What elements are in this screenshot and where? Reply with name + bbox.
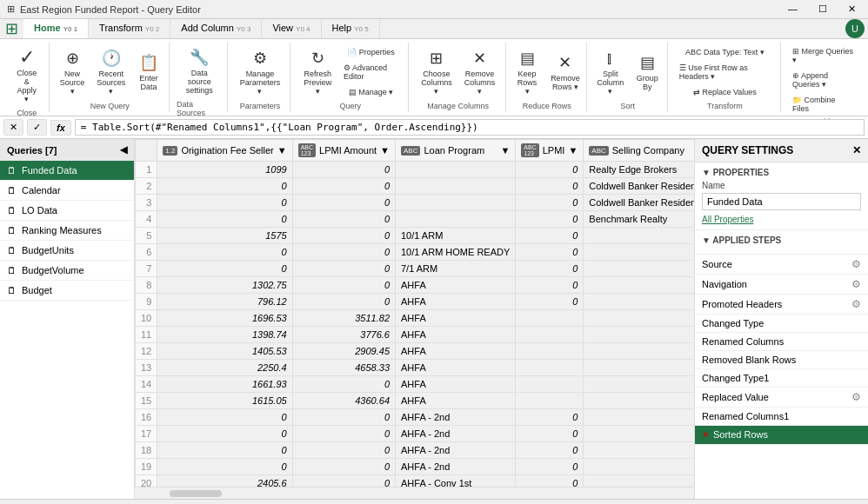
col-header-origination-fee-seller[interactable]: 1.2 Origination Fee Seller ▼	[157, 140, 292, 162]
properties-button[interactable]: 📄 Properties	[339, 45, 403, 59]
table-row[interactable]: 141661.930AHFA	[136, 376, 695, 393]
table-row[interactable]: 1900AHFA - 2nd0	[136, 459, 695, 475]
table-row[interactable]: 9796.120AHFA0	[136, 294, 695, 310]
table-row[interactable]: 132250.44658.33AHFA	[136, 360, 695, 376]
query-item-budget[interactable]: 🗒 Budget	[0, 281, 134, 301]
formula-cancel-button[interactable]: ✕	[3, 119, 23, 136]
recent-sources-button[interactable]: 🕐 RecentSources ▾	[92, 45, 131, 99]
all-properties-link[interactable]: All Properties	[702, 215, 753, 224]
settings-close-button[interactable]: ✕	[852, 144, 861, 156]
append-queries-button[interactable]: ⊕ Append Queries ▾	[788, 69, 858, 91]
table-row[interactable]: 81302.750AHFA0	[136, 277, 695, 294]
data-type-button[interactable]: ABC Data Type: Text ▾	[675, 45, 775, 59]
manage-parameters-button[interactable]: ⚙ ManageParameters ▾	[235, 45, 286, 99]
formula-bar-input[interactable]	[75, 119, 865, 136]
applied-step-item[interactable]: ✕Sorted Rows	[695, 426, 868, 445]
table-row[interactable]: 1109900Realty Edge Brokers	[136, 162, 695, 178]
close-apply-button[interactable]: ✓ Close &Apply ▾	[10, 44, 43, 107]
combine-files-button[interactable]: 📁 Combine Files	[788, 93, 858, 116]
table-row[interactable]: 1700AHFA - 2nd0	[136, 426, 695, 442]
remove-rows-button[interactable]: ✕ RemoveRows ▾	[546, 50, 584, 95]
table-row[interactable]: 51575010/1 ARM0	[136, 228, 695, 244]
applied-step-item[interactable]: Changed Type	[695, 315, 868, 333]
first-row-headers-button[interactable]: ☰ Use First Row as Headers ▾	[675, 61, 775, 83]
table-row[interactable]: 4000Benchmark Realty	[136, 211, 695, 228]
query-item-ranking-measures[interactable]: 🗒 Ranking Measures	[0, 221, 134, 241]
tab-transform[interactable]: Transform Y0 2	[89, 19, 170, 38]
choose-columns-button[interactable]: ⊞ ChooseColumns ▾	[416, 45, 457, 99]
row-number-cell: 16	[136, 409, 157, 426]
formula-fx-button[interactable]: fx	[50, 120, 71, 136]
table-row[interactable]: 202405.60AHFA - Conv 1st0	[136, 475, 695, 487]
refresh-preview-button[interactable]: ↻ RefreshPreview ▾	[297, 45, 337, 99]
data-source-settings-button[interactable]: 🔧 Data sourcesettings	[177, 44, 222, 98]
remove-columns-button[interactable]: ✕ RemoveColumns ▾	[459, 45, 501, 99]
title-bar-controls[interactable]: — ☐ ✕	[783, 3, 861, 15]
table-cell: AHFA - 2nd	[396, 426, 516, 442]
applied-step-item[interactable]: Renamed Columns1	[695, 408, 868, 426]
enter-data-button[interactable]: 📋 EnterData	[132, 50, 165, 95]
maximize-button[interactable]: ☐	[813, 3, 832, 15]
horizontal-scrollbar[interactable]	[135, 487, 694, 499]
table-row[interactable]: 7007/1 ARM0	[136, 261, 695, 277]
tab-home[interactable]: Home Y0 1	[23, 19, 89, 38]
table-cell	[584, 277, 694, 294]
query-item-budget-volume[interactable]: 🗒 BudgetVolume	[0, 261, 134, 281]
query-item-calendar[interactable]: 🗒 Calendar	[0, 181, 134, 201]
table-cell: 0	[292, 178, 395, 195]
group-by-button[interactable]: ▤ GroupBy	[631, 50, 664, 95]
applied-step-item[interactable]: Navigation⚙	[695, 275, 868, 295]
query-item-funded-data[interactable]: 🗒 Funded Data	[0, 161, 134, 181]
col-menu-icon-origination[interactable]: ▼	[277, 145, 287, 156]
new-source-button[interactable]: ⊕ NewSource ▾	[55, 45, 90, 99]
step-gear-icon[interactable]: ⚙	[851, 298, 861, 310]
col-header-selling-company[interactable]: ABC Selling Company ▼	[584, 140, 694, 162]
formula-confirm-button[interactable]: ✓	[27, 119, 47, 136]
replace-values-button[interactable]: ⇄ Replace Values	[675, 85, 775, 99]
split-column-button[interactable]: ⫿ SplitColumn ▾	[591, 46, 629, 99]
col-menu-icon-lpmi[interactable]: ▼	[568, 145, 578, 156]
tab-add-column[interactable]: Add Column Y0 3	[170, 19, 262, 38]
user-avatar[interactable]: U	[845, 19, 865, 38]
data-grid[interactable]: 1.2 Origination Fee Seller ▼ ABC123 LPMI…	[135, 139, 694, 487]
query-item-lo-data[interactable]: 🗒 LO Data	[0, 201, 134, 221]
settings-header: QUERY SETTINGS ✕	[695, 139, 868, 162]
step-gear-icon[interactable]: ⚙	[851, 278, 861, 290]
step-gear-icon[interactable]: ⚙	[851, 391, 861, 403]
table-row[interactable]: 1600AHFA - 2nd0	[136, 409, 695, 426]
tab-help[interactable]: Help Y0 5	[322, 19, 380, 38]
col-header-lpmi-amount[interactable]: ABC123 LPMI Amount ▼	[292, 140, 395, 162]
applied-step-item[interactable]: Renamed Columns	[695, 333, 868, 351]
table-row[interactable]: 1800AHFA - 2nd0	[136, 442, 695, 459]
keep-rows-button[interactable]: ▤ KeepRows ▾	[510, 45, 544, 99]
manage-button[interactable]: ▤ Manage ▾	[339, 85, 403, 99]
col-menu-icon-loan-program[interactable]: ▼	[500, 145, 510, 156]
table-row[interactable]: 2000Coldwell Banker Residential Rea...	[136, 178, 695, 195]
advanced-editor-button[interactable]: ⚙ Advanced Editor	[339, 61, 403, 83]
applied-step-item[interactable]: Changed Type1	[695, 369, 868, 388]
table-row[interactable]: 3000Coldwell Banker Residential Rea...	[136, 195, 695, 211]
applied-step-item[interactable]: Removed Blank Rows	[695, 351, 868, 369]
scrollbar-thumb-h[interactable]	[170, 490, 222, 497]
applied-step-item[interactable]: Replaced Value⚙	[695, 388, 868, 408]
table-cell: 2909.45	[292, 343, 395, 360]
query-name-input[interactable]	[702, 193, 861, 210]
table-row[interactable]: 151615.054360.64AHFA	[136, 393, 695, 409]
query-item-budget-units[interactable]: 🗒 BudgetUnits	[0, 241, 134, 261]
merge-queries-button[interactable]: ⊞ Merge Queries ▾	[788, 44, 858, 67]
applied-step-item[interactable]: Source⚙	[695, 255, 868, 275]
col-menu-icon-lpmi-amount[interactable]: ▼	[380, 145, 390, 156]
table-row[interactable]: 121405.532909.45AHFA	[136, 343, 695, 360]
table-row[interactable]: 60010/1 ARM HOME READY0	[136, 244, 695, 261]
table-row[interactable]: 101696.533511.82AHFA	[136, 310, 695, 327]
tab-view[interactable]: View Y0 4	[262, 19, 321, 38]
applied-step-item[interactable]: Promoted Headers⚙	[695, 295, 868, 315]
col-header-loan-program[interactable]: ABC Loan Program ▼	[396, 140, 516, 162]
close-button[interactable]: ✕	[843, 3, 861, 15]
step-gear-icon[interactable]: ⚙	[851, 258, 861, 270]
table-row[interactable]: 111398.743776.6AHFA	[136, 327, 695, 343]
collapse-icon[interactable]: ◀	[120, 144, 127, 156]
col-header-lpmi[interactable]: ABC123 LPMI ▼	[516, 140, 584, 162]
table-cell: 0	[516, 442, 584, 459]
minimize-button[interactable]: —	[783, 3, 803, 15]
